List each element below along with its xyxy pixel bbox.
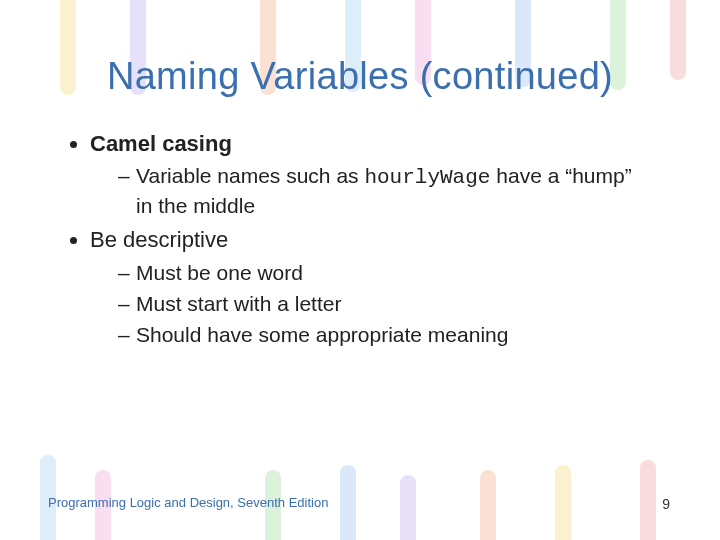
sub-text-pre: Must be one word	[136, 261, 303, 284]
sub-bullet-item: Variable names such as hourlyWage have a…	[118, 162, 650, 220]
sub-text-pre: Should have some appropriate meaning	[136, 323, 508, 346]
bullet-label: Be descriptive	[90, 227, 228, 252]
page-number: 9	[662, 496, 670, 512]
footer-text: Programming Logic and Design, Seventh Ed…	[48, 495, 328, 510]
bullet-item: Be descriptive Must be one word Must sta…	[90, 226, 650, 349]
sub-text-code: hourlyWage	[364, 166, 490, 189]
bullet-label: Camel casing	[90, 131, 232, 156]
slide-body: Camel casing Variable names such as hour…	[66, 130, 650, 355]
sub-bullet-item: Must start with a letter	[118, 290, 650, 318]
sub-text-pre: Must start with a letter	[136, 292, 341, 315]
sub-bullet-item: Should have some appropriate meaning	[118, 321, 650, 349]
sub-text-pre: Variable names such as	[136, 164, 364, 187]
sub-bullet-item: Must be one word	[118, 259, 650, 287]
bullet-item: Camel casing Variable names such as hour…	[90, 130, 650, 220]
slide-title: Naming Variables (continued)	[0, 55, 720, 98]
